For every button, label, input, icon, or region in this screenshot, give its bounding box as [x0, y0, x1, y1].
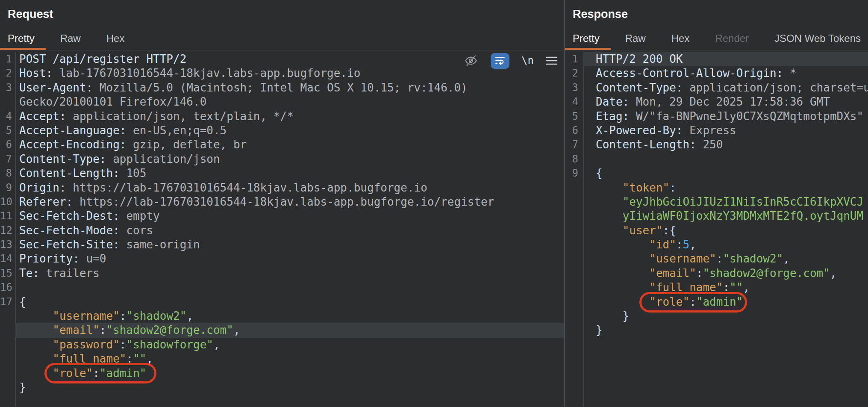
code-line[interactable]: "token":: [565, 181, 868, 195]
code-line[interactable]: 1HTTP/2 200 OK: [565, 52, 868, 66]
code-line[interactable]: }: [565, 309, 868, 323]
code-line[interactable]: "email":"shadow2@forge.com",: [0, 323, 564, 337]
response-title: Response: [573, 8, 628, 21]
request-title: Request: [8, 8, 53, 21]
line-text: "full_name":"",: [15, 352, 564, 366]
line-text: Accept: application/json, text/plain, */…: [15, 109, 564, 124]
line-number: [565, 295, 583, 309]
line-number: 5: [565, 109, 583, 124]
code-line[interactable]: "full_name":"",: [0, 352, 564, 366]
code-line[interactable]: 3Content-Type: application/json; charset…: [565, 81, 868, 95]
request-editor[interactable]: 1POST /api/register HTTP/22Host: lab-176…: [0, 52, 564, 407]
code-line[interactable]: 4Date: Mon, 29 Dec 2025 17:58:36 GMT: [565, 95, 868, 109]
code-line[interactable]: 2Access-Control-Allow-Origin: *: [565, 66, 868, 80]
line-text: Sec-Fetch-Dest: empty: [15, 209, 564, 223]
line-text: {: [15, 295, 564, 309]
tab-pretty[interactable]: Pretty: [573, 25, 600, 50]
line-number: [0, 309, 15, 323]
code-line[interactable]: 8: [565, 152, 868, 166]
code-line[interactable]: 7Content-Length: 250: [565, 138, 868, 152]
line-text: "token":: [583, 181, 868, 195]
line-text: "eyJhbGciOiJIUzI1NiIsInR5cCI6IkpXVCJ: [583, 195, 868, 209]
line-text: HTTP/2 200 OK: [583, 52, 868, 66]
line-text: Host: lab-1767031016544-18kjav.labs-app.…: [15, 66, 564, 80]
code-line[interactable]: 10Referer: https://lab-1767031016544-18k…: [0, 195, 564, 209]
line-number: [0, 366, 15, 380]
line-number: 10: [0, 195, 15, 209]
code-line[interactable]: 8Content-Length: 105: [0, 166, 564, 180]
line-number: 13: [0, 238, 15, 252]
code-line[interactable]: 1POST /api/register HTTP/2: [0, 52, 564, 66]
line-text: Access-Control-Allow-Origin: *: [583, 66, 868, 80]
line-text: POST /api/register HTTP/2: [15, 52, 564, 66]
line-number: 1: [0, 52, 15, 66]
line-number: [0, 352, 15, 366]
line-number: 6: [0, 138, 15, 152]
code-line[interactable]: "email":"shadow2@forge.com",: [565, 266, 868, 280]
tab-raw[interactable]: Raw: [625, 25, 646, 50]
code-line[interactable]: 12Sec-Fetch-Mode: cors: [0, 224, 564, 238]
line-number: [0, 323, 15, 337]
line-number: [0, 380, 15, 395]
tab-hex[interactable]: Hex: [671, 25, 690, 50]
code-line[interactable]: 13Sec-Fetch-Site: same-origin: [0, 238, 564, 252]
code-line[interactable]: 15Te: trailers: [0, 266, 564, 280]
tab-hex[interactable]: Hex: [106, 25, 125, 50]
request-tabs: PrettyRawHex: [8, 25, 124, 50]
line-number: [565, 224, 583, 238]
code-line[interactable]: Gecko/20100101 Firefox/146.0: [0, 95, 564, 109]
code-line[interactable]: 14Priority: u=0: [0, 252, 564, 266]
line-text: Sec-Fetch-Mode: cors: [15, 224, 564, 238]
code-line[interactable]: 3User-Agent: Mozilla/5.0 (Macintosh; Int…: [0, 81, 564, 95]
code-line[interactable]: 9Origin: https://lab-1767031016544-18kja…: [0, 181, 564, 195]
line-text: User-Agent: Mozilla/5.0 (Macintosh; Inte…: [15, 81, 564, 95]
line-text: "username":"shadow2",: [15, 309, 564, 323]
code-line[interactable]: 9{: [565, 166, 868, 180]
line-number: 11: [0, 209, 15, 223]
line-number: [565, 280, 583, 295]
code-line[interactable]: 2Host: lab-1767031016544-18kjav.labs-app…: [0, 66, 564, 80]
code-line[interactable]: "username":"shadow2",: [0, 309, 564, 323]
tab-raw[interactable]: Raw: [60, 25, 81, 50]
line-text: Accept-Language: en-US,en;q=0.5: [15, 124, 564, 138]
code-line[interactable]: 6X-Powered-By: Express: [565, 124, 868, 138]
line-number: [565, 195, 583, 209]
line-text: {: [583, 166, 868, 180]
code-line[interactable]: 17{: [0, 295, 564, 309]
code-line[interactable]: "role":"admin": [0, 366, 564, 380]
code-line[interactable]: 4Accept: application/json, text/plain, *…: [0, 109, 564, 124]
line-text: }: [583, 323, 868, 337]
code-line[interactable]: "user":{: [565, 224, 868, 238]
code-line[interactable]: 5Etag: W/"fa-BNPwneJly0C7XsQZMqtmotpmDXs…: [565, 109, 868, 124]
code-line[interactable]: 6Accept-Encoding: gzip, deflate, br: [0, 138, 564, 152]
line-text: Referer: https://lab-1767031016544-18kja…: [15, 195, 564, 209]
code-line[interactable]: "role":"admin": [565, 295, 868, 309]
line-number: 1: [565, 52, 583, 66]
tab-json-web-tokens[interactable]: JSON Web Tokens: [774, 25, 861, 50]
line-text: Content-Length: 105: [15, 166, 564, 180]
line-number: 15: [0, 266, 15, 280]
code-line[interactable]: 11Sec-Fetch-Dest: empty: [0, 209, 564, 223]
code-line[interactable]: "id":5,: [565, 238, 868, 252]
response-tabs: PrettyRawHexRenderJSON Web Tokens: [573, 25, 861, 50]
line-text: Date: Mon, 29 Dec 2025 17:58:36 GMT: [583, 95, 868, 109]
code-line[interactable]: "username":"shadow2",: [565, 252, 868, 266]
line-text: [583, 152, 868, 166]
line-text: }: [15, 380, 564, 395]
tab-pretty[interactable]: Pretty: [8, 25, 35, 50]
line-text: "role":"admin": [583, 295, 868, 309]
response-editor[interactable]: 1HTTP/2 200 OK2Access-Control-Allow-Orig…: [565, 52, 868, 407]
code-line[interactable]: yIiwiaWF0IjoxNzY3MDMxMTE2fQ.oytJqnUM: [565, 209, 868, 223]
line-text: Priority: u=0: [15, 252, 564, 266]
line-number: [565, 238, 583, 252]
code-line[interactable]: "password":"shadowforge",: [0, 338, 564, 352]
code-line[interactable]: 7Content-Type: application/json: [0, 152, 564, 166]
code-line[interactable]: "full_name":"",: [565, 280, 868, 295]
code-line[interactable]: }: [565, 323, 868, 337]
code-line[interactable]: "eyJhbGciOiJIUzI1NiIsInR5cCI6IkpXVCJ: [565, 195, 868, 209]
code-line[interactable]: 5Accept-Language: en-US,en;q=0.5: [0, 124, 564, 138]
code-line[interactable]: }: [0, 380, 564, 395]
line-number: 7: [0, 152, 15, 166]
line-text: "role":"admin": [15, 366, 564, 380]
code-line[interactable]: 16: [0, 280, 564, 295]
